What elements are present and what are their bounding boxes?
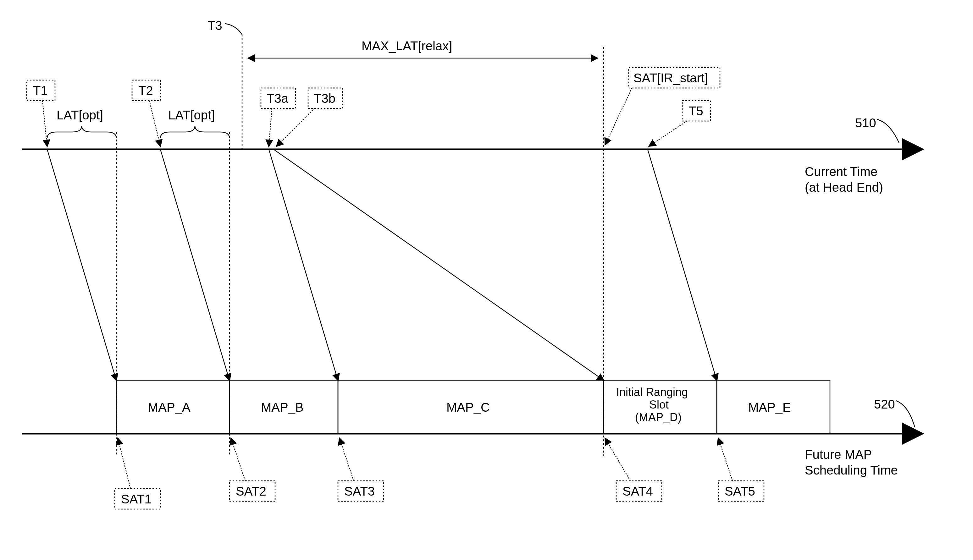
ref-520-leader	[896, 401, 915, 427]
t3b-label: T3b	[314, 92, 335, 105]
map-d-label-3: (MAP_D)	[635, 411, 682, 423]
max-lat-label: MAX_LAT[relax]	[362, 39, 452, 53]
arrow-t5-map-e	[648, 149, 717, 380]
sat5-leader	[718, 438, 733, 481]
top-axis-label-2: (at Head End)	[805, 180, 883, 194]
sat4-leader	[605, 438, 630, 481]
bot-axis-label-2: Scheduling Time	[805, 463, 898, 477]
t2-leader	[149, 100, 160, 146]
t5-label: T5	[689, 104, 703, 118]
t1-label: T1	[33, 83, 48, 97]
t3-leader	[225, 23, 242, 35]
bot-axis-label-1: Future MAP	[805, 447, 872, 461]
lat-opt-2-label: LAT[opt]	[168, 108, 215, 122]
t3-label: T3	[207, 18, 222, 32]
ref-510-leader	[877, 119, 899, 143]
t5-leader	[649, 121, 687, 146]
lat-opt-brace-2	[160, 126, 230, 138]
sat4-label: SAT4	[623, 484, 653, 498]
map-d-label-1: Initial Ranging	[616, 386, 688, 398]
sat2-label: SAT2	[236, 484, 266, 498]
sat3-leader	[339, 438, 354, 481]
sat-ir-leader	[605, 88, 632, 145]
t3a-leader	[269, 108, 272, 146]
sat2-leader	[231, 438, 245, 481]
t2-label: T2	[139, 83, 153, 97]
map-e-label: MAP_E	[748, 400, 791, 414]
t3a-label: T3a	[267, 92, 289, 105]
map-c-label: MAP_C	[446, 400, 490, 414]
map-d-label-2: Slot	[649, 398, 669, 411]
sat5-label: SAT5	[724, 484, 755, 498]
arrow-t3b-map-d	[274, 149, 604, 380]
arrow-t2-map-b	[160, 149, 230, 380]
sat1-label: SAT1	[121, 492, 152, 506]
arrow-t3a-map-c	[269, 149, 338, 380]
sat3-label: SAT3	[344, 484, 375, 498]
lat-opt-brace-1	[47, 126, 116, 138]
map-a-label: MAP_A	[148, 400, 190, 414]
timing-diagram: Current Time (at Head End) 510 Future MA…	[0, 0, 973, 560]
sat-ir-label: SAT[IR_start]	[634, 71, 708, 85]
ref-510: 510	[855, 116, 876, 130]
map-b-label: MAP_B	[261, 400, 304, 414]
t3b-leader	[277, 108, 314, 146]
sat1-leader	[118, 438, 130, 489]
ref-520: 520	[874, 397, 895, 411]
lat-opt-1-label: LAT[opt]	[57, 108, 103, 122]
arrow-t1-map-a	[47, 149, 116, 380]
t1-leader	[42, 100, 47, 146]
top-axis-label-1: Current Time	[805, 165, 878, 178]
